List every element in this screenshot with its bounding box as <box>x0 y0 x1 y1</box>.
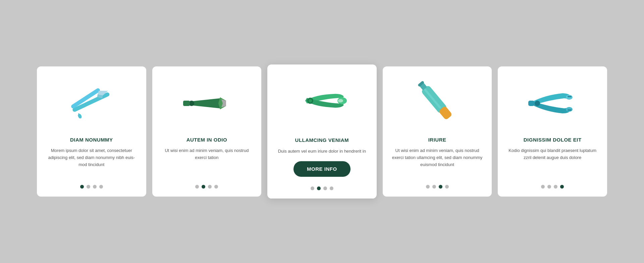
card-2-icon <box>180 82 233 125</box>
dot <box>214 185 218 189</box>
card-3-icon-area <box>275 75 369 130</box>
more-info-button[interactable]: MORE INFO <box>293 161 351 176</box>
svg-rect-11 <box>183 101 190 106</box>
card-1-title: DIAM NONUMMY <box>70 137 113 143</box>
card-5-dots <box>541 185 564 189</box>
card-2-dots <box>195 185 218 189</box>
dot <box>439 185 442 189</box>
card-5-icon <box>526 82 579 125</box>
dot <box>80 185 84 189</box>
card-iriure: IRIURE Ut wisi enim ad minim veniam, qui… <box>383 66 492 197</box>
card-5-title: DIGNISSIM DOLOE EIT <box>524 137 582 143</box>
card-3-dots <box>311 187 333 190</box>
card-2-title: AUTEM IN ODIO <box>186 137 227 143</box>
card-1-dots <box>80 185 103 189</box>
card-autem-in-odio: AUTEM IN ODIO Ut wisi enim ad minim veni… <box>152 66 262 197</box>
dot <box>432 185 436 189</box>
dot <box>426 185 430 189</box>
svg-rect-26 <box>528 101 534 106</box>
svg-rect-24 <box>568 109 572 111</box>
card-4-icon <box>411 82 464 125</box>
card-diam-nonummy: DIAM NONUMMY Morem ipsum dolor sit amet,… <box>37 66 146 197</box>
svg-point-25 <box>535 101 540 106</box>
dot <box>311 187 314 190</box>
dot <box>208 185 212 189</box>
dot <box>323 187 327 190</box>
dot <box>317 187 321 190</box>
card-2-icon-area <box>160 76 254 130</box>
card-dignissim-doloe-eit: DIGNISSIM DOLOE EIT Kodio dignissim qui … <box>498 66 607 197</box>
card-ullamcing-veniam: ULLAMCING VENIAM Duis autem vel eum iriu… <box>267 64 377 198</box>
card-2-body: Ut wisi enim ad minim veniam, quis nostr… <box>160 147 254 179</box>
card-4-dots <box>426 185 449 189</box>
card-5-body: Kodio dignissim qui blandit praesent lup… <box>506 147 599 179</box>
dot <box>330 187 333 190</box>
card-1-icon-area <box>45 76 138 130</box>
card-1-icon <box>65 82 118 125</box>
card-3-body: Duis autem vel eum iriure dolor in hendr… <box>278 148 366 155</box>
dot <box>93 185 97 189</box>
card-3-title: ULLAMCING VENIAM <box>295 137 349 143</box>
dot <box>547 185 551 189</box>
dot <box>87 185 90 189</box>
cards-container: DIAM NONUMMY Morem ipsum dolor sit amet,… <box>37 66 607 197</box>
dot <box>99 185 103 189</box>
card-4-icon-area <box>391 76 484 130</box>
svg-rect-23 <box>568 96 572 97</box>
card-4-body: Ut wisi enim ad minim veniam, quis nostr… <box>391 147 484 179</box>
dot <box>554 185 557 189</box>
dot <box>541 185 545 189</box>
card-5-icon-area <box>506 76 599 130</box>
card-1-body: Morem ipsum dolor sit amet, consectetuer… <box>45 147 138 179</box>
dot <box>202 185 205 189</box>
dot <box>195 185 199 189</box>
card-4-title: IRIURE <box>428 137 446 143</box>
dot <box>560 185 564 189</box>
card-3-icon <box>295 80 349 125</box>
dot <box>445 185 449 189</box>
